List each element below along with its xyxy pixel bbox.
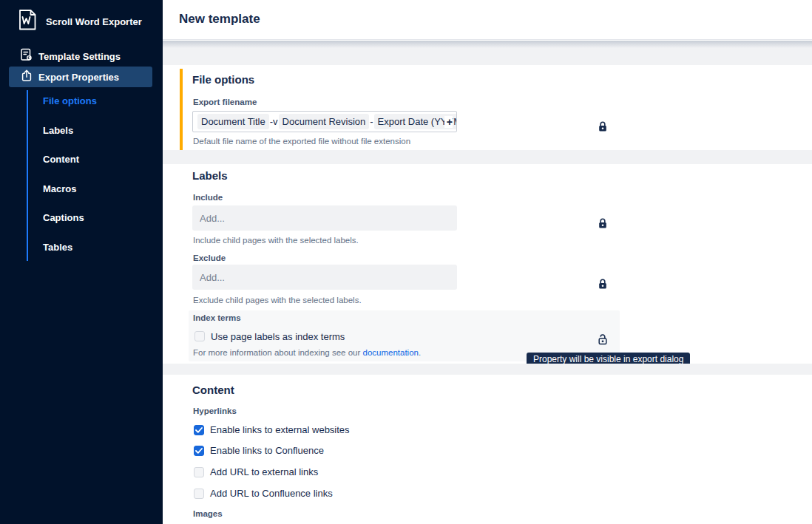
template-settings-icon <box>21 48 33 64</box>
include-help: Include child pages with the selected la… <box>193 236 359 245</box>
export-icon <box>21 69 33 85</box>
sidebar-item-label: Export Properties <box>38 72 119 83</box>
index-terms-checkbox[interactable] <box>194 331 205 341</box>
section-labels: Labels Include Include child pages with … <box>163 164 812 364</box>
lock-icon[interactable] <box>598 217 608 229</box>
checkbox-row: Enable links to Confluence <box>194 446 324 456</box>
page-header: New template <box>163 0 812 40</box>
export-filename-help: Default file name of the exported file w… <box>193 137 410 146</box>
index-terms-help: For more information about indexing see … <box>193 348 421 358</box>
documentation-link[interactable]: documentation <box>362 348 418 357</box>
section-title: File options <box>192 73 254 86</box>
sidebar-subitem-tables[interactable]: Tables <box>43 242 72 253</box>
enable-external-links-checkbox[interactable] <box>194 425 204 435</box>
sidebar: Scroll Word Exporter Template Settings E… <box>0 0 163 524</box>
section-title: Content <box>192 384 234 397</box>
index-terms-label: Index terms <box>193 313 241 323</box>
unlock-icon[interactable] <box>598 333 608 345</box>
sidebar-item-export-properties[interactable]: Export Properties <box>9 67 152 87</box>
app-name: Scroll Word Exporter <box>46 16 142 27</box>
export-filename-input[interactable]: Document Title -v Document Revision - Ex… <box>192 111 457 132</box>
add-url-external-checkbox[interactable] <box>194 467 204 477</box>
checkbox-label: Enable links to Confluence <box>210 446 324 456</box>
checkbox-row: Enable links to external websites <box>194 425 350 435</box>
hyperlinks-group-label: Hyperlinks <box>193 406 237 416</box>
section-title: Labels <box>192 169 228 183</box>
lock-icon[interactable] <box>598 120 608 132</box>
exclude-label: Exclude <box>193 254 226 263</box>
include-label: Include <box>193 193 223 203</box>
checkbox-label: Add URL to Confluence links <box>210 489 333 499</box>
sidebar-subitem-macros[interactable]: Macros <box>43 184 77 194</box>
checkbox-label: Enable links to external websites <box>210 425 350 435</box>
include-labels-input[interactable] <box>192 205 457 231</box>
enable-confluence-links-checkbox[interactable] <box>194 446 204 456</box>
images-group-label: Images <box>193 509 223 519</box>
filename-separator: - <box>370 116 373 127</box>
section-divider <box>163 41 812 65</box>
checkbox-label: Add URL to external links <box>210 467 318 477</box>
filename-token[interactable]: Document Revision <box>279 114 370 129</box>
exclude-labels-input[interactable] <box>192 265 457 290</box>
section-content: Content Hyperlinks Enable links to exter… <box>163 375 812 524</box>
checkbox-row: Add URL to Confluence links <box>194 489 333 499</box>
filename-token[interactable]: Document Title <box>197 114 269 129</box>
sidebar-subitem-file-options[interactable]: File options <box>43 96 97 106</box>
active-section-accent-bar <box>180 69 183 150</box>
add-url-confluence-checkbox[interactable] <box>194 489 204 499</box>
page-title: New template <box>179 12 260 27</box>
app-logo-row[interactable]: Scroll Word Exporter <box>18 9 142 34</box>
word-exporter-logo-icon <box>18 9 37 34</box>
index-terms-checkbox-label: Use page labels as index terms <box>211 332 345 342</box>
sidebar-subitem-captions[interactable]: Captions <box>43 213 84 223</box>
add-placeholder-button[interactable]: + <box>444 116 453 128</box>
exclude-help: Exclude child pages with the selected la… <box>193 296 362 305</box>
sidebar-item-label: Template Settings <box>38 51 121 62</box>
export-filename-label: Export filename <box>193 98 257 107</box>
filename-separator: -v <box>270 116 278 127</box>
sidebar-item-template-settings[interactable]: Template Settings <box>9 46 152 67</box>
section-divider <box>163 364 812 375</box>
sidebar-subitem-labels[interactable]: Labels <box>43 126 73 136</box>
sidebar-subitem-content[interactable]: Content <box>43 154 79 165</box>
subnav-indicator-line <box>27 90 28 261</box>
section-file-options: File options Export filename Document Ti… <box>163 65 812 150</box>
lock-icon[interactable] <box>598 278 608 290</box>
checkbox-row: Add URL to external links <box>194 467 318 477</box>
section-divider <box>163 150 812 164</box>
